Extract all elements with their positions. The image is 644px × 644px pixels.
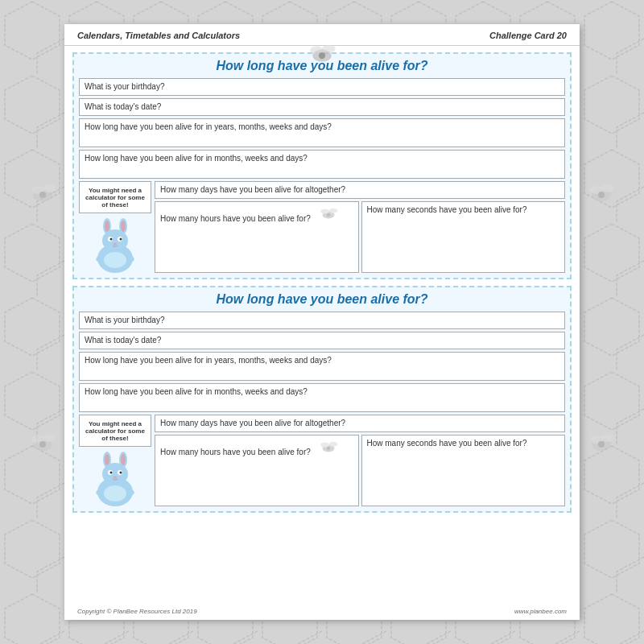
svg-point-14	[43, 434, 56, 442]
svg-point-6	[43, 184, 56, 192]
svg-point-57	[320, 442, 329, 447]
s2-bottom-two: How many hours have you been alive for? …	[155, 435, 565, 506]
svg-point-46	[105, 454, 109, 465]
s1-right-questions: How many days have you been alive for al…	[155, 181, 565, 273]
s2-calculator-box: You might need a calculator for some of …	[79, 415, 151, 506]
s1-q5: How many days have you been alive for al…	[155, 181, 565, 199]
svg-point-59	[326, 447, 330, 451]
s2-bottom-section: You might need a calculator for some of …	[79, 415, 565, 506]
svg-point-18	[601, 434, 614, 442]
svg-point-7	[39, 192, 46, 198]
svg-point-40	[328, 208, 337, 213]
bee-decoration-right-2	[581, 427, 621, 462]
s1-q6: How many hours have you been alive for?	[155, 201, 359, 273]
challenge-label: Challenge Card 20	[489, 31, 567, 40]
website-text: www.planbee.com	[514, 608, 567, 615]
svg-point-32	[109, 238, 112, 241]
s2-calc-note: You might need a calculator for some of …	[79, 415, 151, 447]
svg-point-22	[322, 45, 336, 53]
s2-q4: How long have you been alive for in mont…	[79, 383, 565, 412]
bunny-2	[89, 450, 142, 506]
svg-point-50	[109, 472, 112, 474]
svg-point-29	[121, 221, 126, 232]
svg-point-33	[119, 238, 122, 241]
svg-point-47	[121, 454, 126, 465]
svg-point-39	[320, 208, 329, 213]
svg-point-41	[326, 213, 330, 217]
svg-point-51	[119, 472, 122, 474]
s2-q2: What is today's date?	[79, 332, 565, 349]
svg-point-10	[601, 184, 614, 192]
bee-decoration-left-2	[23, 427, 63, 462]
svg-point-19	[598, 441, 605, 448]
s1-q2: What is today's date?	[79, 98, 565, 116]
s1-calc-note: You might need a calculator for some of …	[79, 181, 151, 213]
s2-q3: How long have you been alive for in year…	[79, 352, 565, 381]
bee-top-1	[302, 42, 342, 69]
svg-point-11	[598, 192, 605, 198]
s2-right-questions: How many days have you been alive for al…	[155, 415, 565, 506]
s1-q7: How many seconds have you been alive for…	[361, 201, 566, 273]
s2-q5: How many days have you been alive for al…	[155, 415, 565, 432]
svg-point-37	[104, 252, 126, 268]
s2-q1: What is your birthday?	[79, 312, 565, 329]
svg-point-23	[319, 52, 325, 59]
section-2: How long have you been alive for? What i…	[72, 286, 572, 513]
svg-point-58	[328, 442, 337, 447]
copyright-text: Copyright © PlanBee Resources Ltd 2019	[77, 608, 197, 615]
bunny-1	[89, 217, 142, 273]
s1-bottom-section: You might need a calculator for some of …	[79, 181, 565, 273]
s1-q1: What is your birthday?	[79, 78, 565, 96]
section-2-title: How long have you been alive for?	[79, 292, 565, 307]
s1-q3: How long have you been alive for in year…	[79, 118, 565, 147]
svg-point-15	[39, 441, 46, 448]
s2-q7: How many seconds have you been alive for…	[361, 435, 566, 506]
svg-point-28	[105, 221, 109, 232]
s1-q4: How long have you been alive for in mont…	[79, 150, 565, 179]
s1-bottom-two: How many hours have you been alive for? …	[155, 201, 565, 273]
svg-point-52	[114, 477, 117, 479]
main-card: Calendars, Timetables and Calculators Ch…	[64, 24, 580, 620]
bee-decoration-right-1	[581, 177, 621, 213]
card-title: Calendars, Timetables and Calculators	[77, 31, 240, 40]
bee-decoration-left-1	[23, 177, 63, 213]
s1-calculator-box: You might need a calculator for some of …	[79, 181, 151, 273]
svg-point-34	[114, 243, 117, 246]
section-1: How long have you been alive for? What i…	[72, 52, 572, 279]
footer: Copyright © PlanBee Resources Ltd 2019 w…	[64, 608, 580, 615]
s2-q6: How many hours have you been alive for?	[155, 435, 359, 506]
svg-point-55	[104, 485, 126, 502]
